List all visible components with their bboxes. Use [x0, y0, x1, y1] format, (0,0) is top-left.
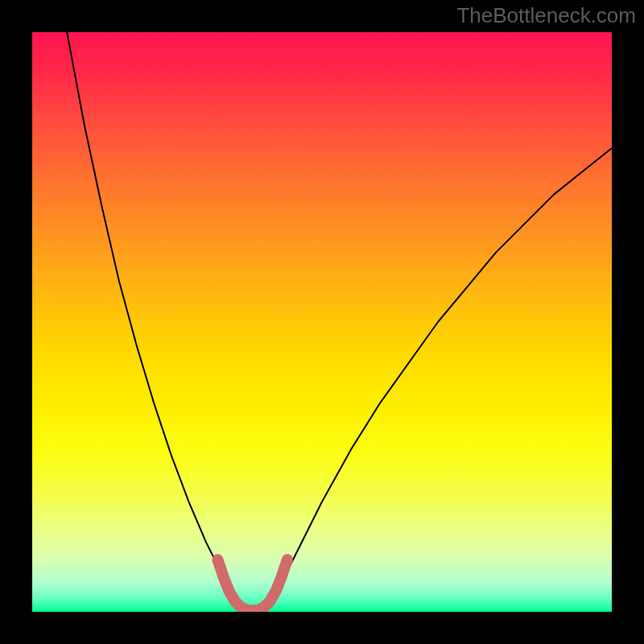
curves-svg — [32, 32, 612, 612]
watermark-text: TheBottleneck.com — [456, 3, 636, 28]
plot-area — [32, 32, 612, 612]
chart-container: TheBottleneck.com — [0, 0, 644, 644]
series-curve-left-arm — [67, 32, 241, 612]
series-curve-right-arm — [264, 148, 612, 612]
series-bottom-marker — [217, 559, 287, 610]
